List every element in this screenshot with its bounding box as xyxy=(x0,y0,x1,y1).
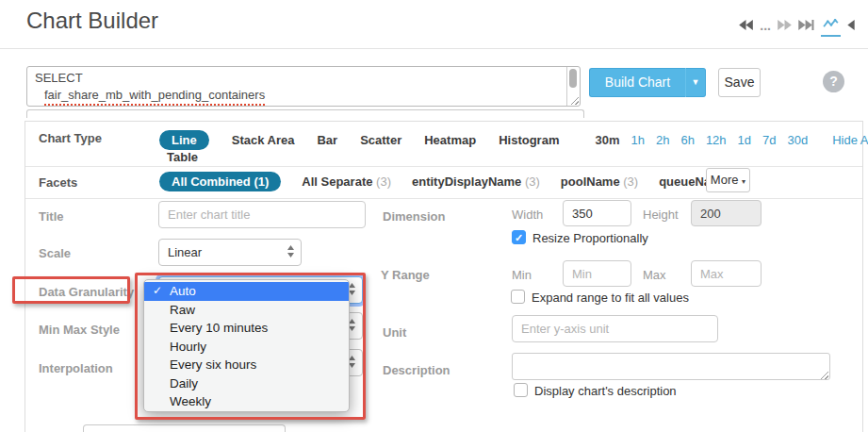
time-range-1d[interactable]: 1d xyxy=(738,133,751,147)
rewind-icon[interactable] xyxy=(739,17,753,34)
max-label: Max xyxy=(643,268,666,282)
title-label: Title xyxy=(39,209,64,224)
scale-label: Scale xyxy=(39,246,71,260)
menu-item-raw[interactable]: Raw xyxy=(144,301,349,320)
display-description-label: Display chart's description xyxy=(534,384,677,398)
time-range-1h[interactable]: 1h xyxy=(631,133,644,147)
facet-count: (3) xyxy=(525,174,540,189)
back-icon[interactable] xyxy=(847,17,855,34)
query-scrollbar-thumb[interactable] xyxy=(569,69,577,88)
menu-item-label: Raw xyxy=(170,303,195,317)
facet-name: poolName xyxy=(561,174,620,189)
stepper-icon xyxy=(349,356,355,371)
resize-proportionally-checkbox[interactable]: ✓ xyxy=(512,230,526,244)
line-chart-icon[interactable] xyxy=(821,15,841,37)
facet-entity-display-name[interactable]: entityDisplayName (3) xyxy=(412,174,540,189)
chart-type-table[interactable]: Table xyxy=(167,150,198,164)
facets-label: Facets xyxy=(39,175,77,190)
menu-item-every-six-hours[interactable]: Every six hours xyxy=(144,356,349,374)
description-label: Description xyxy=(383,363,450,377)
scale-select[interactable]: Linear xyxy=(158,239,302,266)
chart-type-stack-area[interactable]: Stack Area xyxy=(232,133,295,147)
resize-proportionally-label: Resize Proportionally xyxy=(532,231,648,245)
menu-item-daily[interactable]: Daily xyxy=(144,374,349,393)
time-range-30m[interactable]: 30m xyxy=(595,133,619,147)
skip-to-end-icon[interactable] xyxy=(798,17,814,34)
time-range-6h[interactable]: 6h xyxy=(680,133,694,147)
facet-pool-name[interactable]: poolName (3) xyxy=(561,174,638,189)
more-facets-button[interactable]: More ▾ xyxy=(706,168,750,192)
facet-all-separate[interactable]: All Separate (3) xyxy=(302,174,391,189)
unit-label: Unit xyxy=(383,325,406,340)
facet-name: All Separate xyxy=(302,174,372,189)
divider xyxy=(25,166,862,167)
data-granularity-label: Data Granularity xyxy=(39,285,134,299)
data-granularity-dropdown-menu: ✓Auto Raw Every 10 minutes Hourly Every … xyxy=(143,279,350,412)
chart-type-heatmap[interactable]: Heatmap xyxy=(424,133,476,147)
description-textarea[interactable] xyxy=(512,353,830,380)
chart-type-bar[interactable]: Bar xyxy=(317,133,337,147)
menu-item-weekly[interactable]: Weekly xyxy=(144,392,349,411)
width-input[interactable] xyxy=(563,200,631,226)
menu-item-hourly[interactable]: Hourly xyxy=(144,338,349,357)
menu-item-label: Every six hours xyxy=(170,357,256,372)
time-range-12h[interactable]: 12h xyxy=(706,133,727,147)
page-title: Chart Builder xyxy=(26,8,158,34)
query-text[interactable]: SELECT fair_share_mb_with_pending_contai… xyxy=(27,69,565,107)
dimension-label: Dimension xyxy=(383,209,445,224)
time-range-group: 30m 1h 2h 6h 12h 1d 7d 30d xyxy=(595,133,808,147)
build-chart-dropdown-caret[interactable]: ▼ xyxy=(685,68,706,97)
min-label: Min xyxy=(512,268,532,282)
expand-range-label: Expand range to fit all values xyxy=(532,291,689,305)
check-icon: ✓ xyxy=(153,282,162,301)
menu-item-label: Daily xyxy=(170,376,198,390)
time-range-7d[interactable]: 7d xyxy=(762,133,776,147)
more-label: More xyxy=(711,173,739,187)
next-query-box-partial xyxy=(26,109,584,118)
expand-range-checkbox[interactable] xyxy=(511,290,525,304)
query-metric-name: fair_share_mb_with_pending_containers xyxy=(44,87,265,106)
height-input xyxy=(691,200,762,226)
header-nav-icons: ... xyxy=(739,17,855,34)
chart-type-options: Line Stack Area Bar Scatter Heatmap Hist… xyxy=(159,129,868,150)
menu-item-every-10-minutes[interactable]: Every 10 minutes xyxy=(144,319,349,338)
stepper-icon xyxy=(349,319,355,334)
menu-item-label: Hourly xyxy=(170,340,206,354)
chevron-down-icon: ▾ xyxy=(742,177,745,186)
menu-item-label: Auto xyxy=(170,284,196,298)
time-range-2h[interactable]: 2h xyxy=(656,133,669,147)
hide-additional-options-link[interactable]: Hide Additional Options xyxy=(832,133,868,147)
menu-item-auto[interactable]: ✓Auto xyxy=(144,282,349,301)
help-icon[interactable]: ? xyxy=(823,71,844,92)
chart-type-line[interactable]: Line xyxy=(159,130,209,150)
chart-type-histogram[interactable]: Histogram xyxy=(499,133,559,147)
facet-count: (1) xyxy=(254,174,269,189)
time-range-30d[interactable]: 30d xyxy=(788,133,809,147)
ellipsis-icon: ... xyxy=(760,21,771,30)
chart-title-input[interactable] xyxy=(158,201,366,228)
interpolation-label: Interpolation xyxy=(39,361,113,375)
y-range-label: Y Range xyxy=(381,268,430,282)
unit-input[interactable] xyxy=(512,315,718,342)
facet-count: (3) xyxy=(623,174,638,189)
build-chart-button[interactable]: Build Chart xyxy=(589,68,685,97)
menu-item-label: Every 10 minutes xyxy=(170,321,268,335)
min-max-style-label: Min Max Style xyxy=(39,323,120,337)
stepper-icon xyxy=(349,283,355,298)
facet-all-combined[interactable]: All Combined (1) xyxy=(159,172,281,191)
y-max-input[interactable] xyxy=(691,260,762,287)
page-header: Chart Builder ... xyxy=(0,0,868,49)
save-button[interactable]: Save xyxy=(718,68,761,97)
facet-name: entityDisplayName xyxy=(412,174,521,189)
y-min-input[interactable] xyxy=(563,260,631,287)
display-description-checkbox[interactable] xyxy=(514,383,528,397)
fast-forward-icon[interactable] xyxy=(778,17,792,34)
query-editor[interactable]: SELECT fair_share_mb_with_pending_contai… xyxy=(26,66,581,107)
facet-name: All Combined xyxy=(172,174,251,189)
divider xyxy=(25,198,862,199)
chart-type-scatter[interactable]: Scatter xyxy=(360,133,401,147)
menu-item-label: Weekly xyxy=(170,394,211,408)
chevron-down-icon: ▼ xyxy=(692,77,700,87)
check-icon: ✓ xyxy=(515,232,523,243)
partial-element-bottom xyxy=(83,424,286,432)
